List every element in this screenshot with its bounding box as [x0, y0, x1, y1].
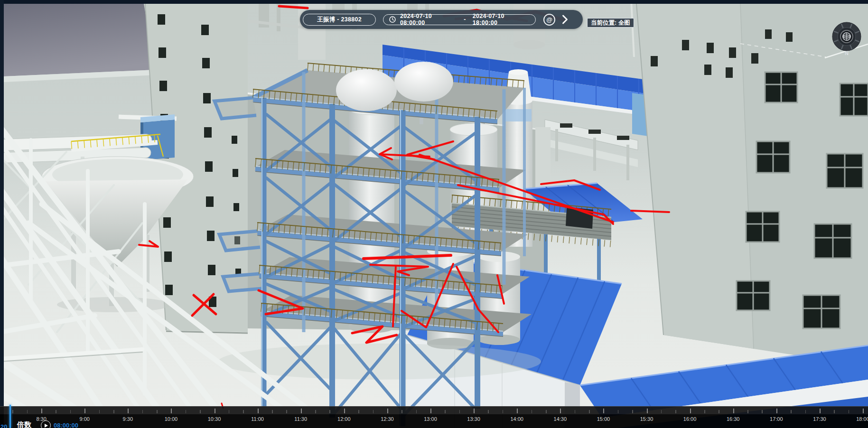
timeline-tick [56, 410, 56, 413]
time-range-pill[interactable]: 2024-07-10 08:00:00 - 2024-07-10 18:00:0… [383, 14, 536, 25]
timeline-tick [546, 410, 547, 413]
timeline-tick [186, 410, 187, 413]
timeline-tick [99, 410, 100, 413]
timeline-tick-label: 10:30 [208, 416, 221, 422]
timeline-tick [589, 410, 590, 413]
speed-value-fragment[interactable]: 20 [0, 423, 7, 428]
timeline-tick [776, 409, 777, 413]
timeline-tick-label: 9:00 [79, 416, 89, 422]
viewport-top-edge [0, 0, 868, 4]
timeline-tick-label: 10:00 [165, 416, 178, 422]
timeline-tick [747, 410, 748, 413]
timeline-tick-label: 15:30 [640, 416, 653, 422]
timeline-tick [517, 409, 518, 413]
timeline-tick [575, 410, 576, 413]
timeline-tick [474, 409, 475, 413]
timeline-tick-label: 13:30 [467, 416, 480, 422]
compass-widget[interactable]: N [831, 20, 862, 57]
time-separator: - [464, 16, 466, 23]
timeline-tick [41, 409, 42, 413]
timeline-tick [445, 410, 446, 413]
timeline-tick [488, 410, 489, 413]
viewport-left-edge [0, 0, 4, 428]
timeline-tick-label: 13:00 [424, 416, 437, 422]
timeline-tick [834, 410, 835, 413]
timeline-tick [690, 409, 691, 413]
speed-multiplier-label[interactable]: 倍数 [17, 420, 31, 428]
timeline-tick [632, 410, 633, 413]
timeline-tick [171, 409, 172, 413]
timeline-tick-label: 9:30 [123, 416, 133, 422]
timeline-tick-label: 17:30 [813, 416, 826, 422]
timeline-tick [430, 409, 431, 413]
timeline-tick [200, 410, 201, 413]
timeline-tick-label: 14:00 [510, 416, 523, 422]
timeline-tick [258, 409, 259, 413]
timeline-tick [301, 409, 302, 413]
timeline-tick [762, 410, 763, 413]
timeline-tick [142, 410, 143, 413]
timeline-tick-label: 16:00 [683, 416, 697, 422]
timeline-tick [416, 410, 417, 413]
timeline-tick [315, 410, 316, 413]
person-tag-label: 王振博 - 238802 [317, 16, 362, 24]
app-window: 王振博 - 238802 2024-07-10 08:00:00 - 2024-… [0, 0, 868, 428]
timeline-tick [618, 410, 619, 413]
person-tag-pill[interactable]: 王振博 - 238802 [303, 14, 376, 26]
timeline-tick [401, 410, 402, 413]
building-right [636, 4, 868, 366]
timeline-tick [849, 410, 849, 413]
timeline-tick-label: 18:00 [856, 416, 868, 422]
timeline-tick [358, 410, 359, 413]
timeline-tick [344, 409, 345, 413]
timeline-tick [70, 410, 71, 413]
timeline-tick [215, 409, 215, 413]
timeline-tick [704, 410, 705, 413]
time-end[interactable]: 2024-07-10 18:00:00 [473, 13, 530, 26]
timeline-tick-label: 11:30 [294, 416, 307, 422]
timeline-tick [229, 410, 230, 413]
timeline-tick [791, 410, 792, 413]
timeline-tick [647, 409, 648, 413]
timeline-labels: 8:309:009:3010:0010:3011:0011:3012:0012:… [0, 414, 868, 428]
timeline-playhead[interactable] [9, 405, 11, 428]
timeline-tick-label: 11:00 [251, 416, 264, 422]
timeline-tick [503, 410, 504, 413]
timeline-tick [387, 409, 388, 413]
timeline-tick [243, 410, 244, 413]
timeline-ticks[interactable] [0, 406, 868, 414]
timeline-tick [603, 409, 604, 413]
timeline-tick-label: 17:00 [770, 416, 783, 422]
timeline-tick-label: 14:30 [554, 416, 567, 422]
timeline-tick [128, 409, 129, 413]
current-location-badge: 当前位置: 全图 [587, 18, 634, 28]
timeline-tick [820, 409, 821, 413]
timeline-tick [329, 410, 330, 413]
timeline-tick [27, 410, 28, 413]
timeline-tick [272, 410, 273, 413]
play-icon [45, 424, 48, 428]
timeline-tick [805, 410, 806, 413]
time-start[interactable]: 2024-07-10 08:00:00 [400, 13, 457, 26]
timeline-tick-label: 12:30 [381, 416, 394, 422]
distant-violet-wall [4, 4, 157, 82]
timeline-tick [863, 409, 864, 413]
timeline-bar[interactable]: 8:309:009:3010:0010:3011:0011:3012:0012:… [0, 406, 868, 428]
timeline-tick [157, 410, 158, 413]
play-button[interactable] [41, 420, 51, 428]
timeline-tick [719, 410, 719, 413]
chevron-right-icon[interactable] [562, 14, 568, 25]
timeline-tick [733, 409, 734, 413]
timeline-tick [532, 410, 532, 413]
timeline-tick-label: 15:00 [597, 416, 610, 422]
locate-at-icon[interactable]: @ [543, 14, 555, 26]
scene-3d-viewport[interactable] [0, 0, 868, 428]
current-location-label: 当前位置: 全图 [591, 19, 630, 26]
timeline-tick [113, 410, 114, 413]
timeline-tick [675, 410, 676, 413]
timeline-tick [286, 410, 287, 413]
tracking-toolbar: 王振博 - 238802 2024-07-10 08:00:00 - 2024-… [300, 10, 583, 29]
orbit-globe-icon[interactable] [843, 33, 850, 40]
timeline-tick [84, 409, 85, 413]
playback-current-time: 08:00:00 [54, 422, 78, 428]
